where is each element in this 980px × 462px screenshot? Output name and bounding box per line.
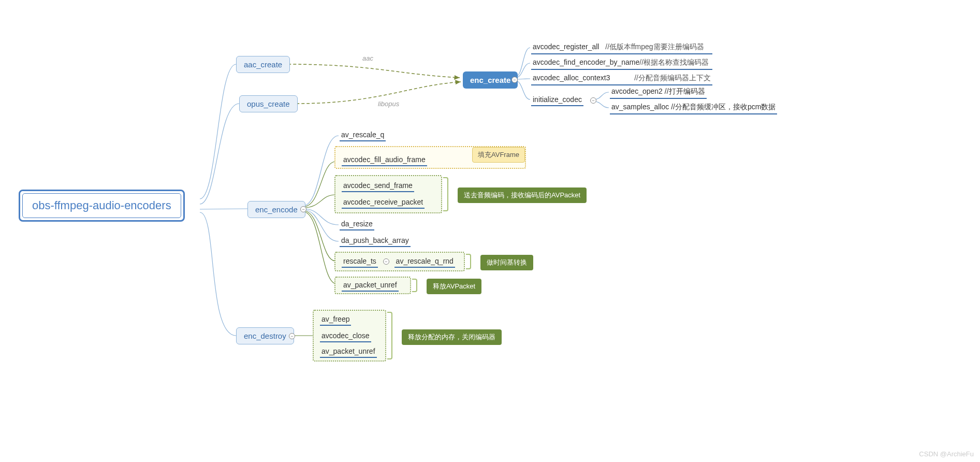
fn: avcodec_register_all xyxy=(533,42,599,51)
node-reg-all[interactable]: avcodec_register_all //低版本ffmpeg需要注册编码器 xyxy=(531,41,712,54)
fn: avcodec_send_frame xyxy=(343,181,413,190)
bracket xyxy=(466,254,471,269)
expander-icon[interactable]: − xyxy=(383,258,389,265)
edge-label-aac: aac xyxy=(362,54,373,62)
fn: avcodec_open2 //打开编码器 xyxy=(611,87,705,95)
fn: av_freep xyxy=(321,315,349,323)
expander-icon[interactable]: − xyxy=(590,97,596,104)
label: enc_destroy xyxy=(244,331,286,340)
fn: avcodec_alloc_context3 xyxy=(533,74,610,82)
node-da-push[interactable]: da_push_back_array xyxy=(340,235,411,247)
fn: avcodec_receive_packet xyxy=(343,198,423,206)
label: aac_create xyxy=(244,60,282,69)
node-rescale-q[interactable]: av_rescale_q xyxy=(340,129,386,141)
expander-icon[interactable]: − xyxy=(289,333,295,339)
label: enc_encode xyxy=(255,205,298,214)
bracket xyxy=(387,312,392,359)
fn: av_samples_alloc //分配音频缓冲区，接收pcm数据 xyxy=(611,103,776,111)
fn: da_push_back_array xyxy=(341,236,409,244)
node-avcodec-close[interactable]: avcodec_close xyxy=(320,330,371,342)
note-fill-avframe: 填充AVFrame xyxy=(472,147,525,163)
node-open2[interactable]: avcodec_open2 //打开编码器 xyxy=(610,86,707,99)
node-enc-create[interactable]: enc_create xyxy=(463,71,518,89)
text: 释放AVPacket xyxy=(433,282,475,290)
fn: initialize_codec xyxy=(533,95,582,104)
node-rescale-ts-row[interactable]: rescale_ts − av_rescale_q_rnd xyxy=(342,256,455,268)
expander-icon[interactable]: − xyxy=(511,77,518,83)
fn: av_rescale_q xyxy=(341,131,384,139)
watermark: CSDN @ArchieFu xyxy=(919,450,974,458)
fn: avcodec_find_encoder_by_name xyxy=(533,58,639,66)
expander-icon[interactable]: − xyxy=(300,206,306,212)
node-av-freep[interactable]: av_freep xyxy=(320,314,351,326)
fn: av_packet_unref xyxy=(343,281,397,289)
fn: da_resize xyxy=(341,220,373,228)
node-da-resize[interactable]: da_resize xyxy=(340,219,374,230)
text: 释放分配的内存，关闭编码器 xyxy=(408,333,495,341)
node-recv-packet[interactable]: avcodec_receive_packet xyxy=(342,197,425,209)
node-enc-encode[interactable]: enc_encode xyxy=(247,201,305,218)
fn: rescale_ts xyxy=(342,256,378,268)
note-ts: 做时间基转换 xyxy=(480,255,533,270)
text: 做时间基转换 xyxy=(487,258,527,266)
node-fill-audio-frame[interactable]: avcodec_fill_audio_frame xyxy=(342,154,427,166)
node-find-encoder[interactable]: avcodec_find_encoder_by_name//根据名称查找编码器 xyxy=(531,57,712,70)
fn: avcodec_close xyxy=(321,331,370,340)
edge-label-libopus: libopus xyxy=(378,100,399,108)
note: //低版本ffmpeg需要注册编码器 xyxy=(605,42,704,51)
text: 送去音频编码，接收编码后的AVPacket xyxy=(464,191,580,199)
bracket xyxy=(412,279,417,292)
root-label: obs-ffmpeg-audio-encoders xyxy=(22,193,181,218)
label: enc_create xyxy=(470,76,510,84)
node-alloc-ctx[interactable]: avcodec_alloc_context3 //分配音频编码器上下文 xyxy=(531,73,712,85)
node-enc-destroy[interactable]: enc_destroy xyxy=(236,327,294,344)
bracket xyxy=(443,177,448,211)
node-packet-unref[interactable]: av_packet_unref xyxy=(342,280,399,292)
node-samples-alloc[interactable]: av_samples_alloc //分配音频缓冲区，接收pcm数据 xyxy=(610,102,777,114)
node-aac-create[interactable]: aac_create xyxy=(236,56,290,73)
root-node[interactable]: obs-ffmpeg-audio-encoders xyxy=(19,190,185,222)
node-opus-create[interactable]: opus_create xyxy=(239,95,298,112)
node-packet-unref-2[interactable]: av_packet_unref xyxy=(320,346,377,358)
fn2: av_rescale_q_rnd xyxy=(394,256,455,268)
node-init-codec[interactable]: initialize_codec xyxy=(531,94,583,106)
node-send-frame[interactable]: avcodec_send_frame xyxy=(342,180,414,192)
note-send-recv: 送去音频编码，接收编码后的AVPacket xyxy=(458,187,587,203)
text: 填充AVFrame xyxy=(478,151,519,158)
fn: av_packet_unref xyxy=(321,347,375,355)
note-destroy: 释放分配的内存，关闭编码器 xyxy=(402,329,502,345)
label: opus_create xyxy=(247,99,290,108)
fn: avcodec_fill_audio_frame xyxy=(343,155,426,164)
note: //根据名称查找编码器 xyxy=(639,58,709,66)
note-unref: 释放AVPacket xyxy=(427,279,481,294)
note: //分配音频编码器上下文 xyxy=(634,74,711,83)
